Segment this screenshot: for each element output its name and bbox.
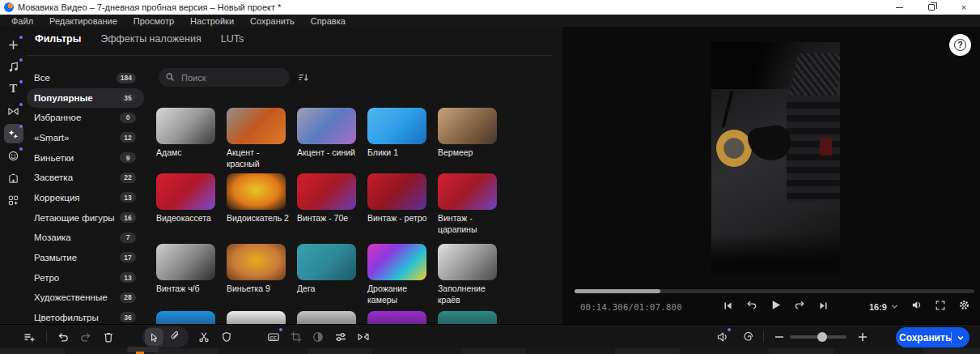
filter-item[interactable]: Заполнение краёв xyxy=(438,244,501,305)
play-icon[interactable] xyxy=(770,299,782,314)
add-media-icon[interactable] xyxy=(4,35,23,54)
filter-thumbnail-clipped[interactable] xyxy=(367,311,426,324)
menu-item[interactable]: Файл xyxy=(3,16,41,26)
filter-item[interactable]: Винтаж ч/б xyxy=(156,244,219,295)
filter-item[interactable]: Винтаж - царапины xyxy=(438,173,501,235)
filter-item[interactable]: Адамс xyxy=(156,108,219,159)
maximize-button[interactable] xyxy=(915,0,948,15)
filter-thumbnail[interactable] xyxy=(227,244,286,280)
player-settings-gear-icon[interactable] xyxy=(958,299,970,314)
captions-icon[interactable]: CC xyxy=(267,331,280,343)
filter-item[interactable]: Видеокассета xyxy=(156,173,219,224)
color-swirl-icon[interactable] xyxy=(742,331,755,343)
filter-thumbnail[interactable] xyxy=(438,244,497,280)
select-tool-button[interactable] xyxy=(145,328,163,346)
category-item[interactable]: Цветофильтры36 xyxy=(27,308,144,324)
volume-icon[interactable] xyxy=(910,299,923,314)
contrast-icon[interactable] xyxy=(312,331,325,343)
stickers-icon[interactable] xyxy=(4,147,23,166)
save-button-label[interactable]: Сохранить xyxy=(896,332,951,343)
timeline-zoom-slider[interactable] xyxy=(790,335,846,339)
category-item[interactable]: Избранное0 xyxy=(27,108,144,127)
filter-item[interactable]: Акцент - красный xyxy=(227,108,290,169)
close-button[interactable]: × xyxy=(948,0,980,15)
category-item[interactable]: Художественные28 xyxy=(27,288,144,307)
save-split-button[interactable]: Сохранить xyxy=(896,327,969,348)
previous-frame-icon[interactable] xyxy=(745,299,757,314)
filter-item[interactable]: Вермеер xyxy=(438,108,501,159)
sort-icon[interactable] xyxy=(297,71,309,87)
seek-bar[interactable] xyxy=(575,289,974,293)
filter-thumbnail[interactable] xyxy=(438,108,497,144)
aspect-ratio-dropdown[interactable]: 16:9 xyxy=(869,302,898,312)
filter-thumbnail-clipped[interactable] xyxy=(438,311,497,324)
filter-thumbnail[interactable] xyxy=(227,173,286,210)
filter-thumbnail[interactable] xyxy=(367,173,426,210)
filter-thumbnail-clipped[interactable] xyxy=(297,311,356,324)
filter-thumbnail[interactable] xyxy=(156,108,215,144)
menu-item[interactable]: Просмотр xyxy=(125,16,182,26)
filter-item[interactable]: Винтаж - 70е xyxy=(297,173,360,224)
filters-icon[interactable] xyxy=(4,124,23,143)
cut-scissors-icon[interactable] xyxy=(197,331,210,343)
music-icon[interactable] xyxy=(4,58,23,77)
skip-start-icon[interactable] xyxy=(723,300,733,314)
category-item[interactable]: Летающие фигуры16 xyxy=(27,208,144,228)
next-frame-icon[interactable] xyxy=(794,299,806,314)
import-icon[interactable] xyxy=(4,168,23,188)
menu-item[interactable]: Сохранить xyxy=(242,16,303,26)
category-item[interactable]: Засветка22 xyxy=(27,168,144,187)
text-icon[interactable]: T xyxy=(4,79,23,99)
filter-thumbnail[interactable] xyxy=(367,108,426,144)
category-item[interactable]: Виньетки9 xyxy=(27,148,144,168)
category-item[interactable]: Ретро13 xyxy=(27,268,144,288)
delete-icon[interactable] xyxy=(102,331,115,343)
category-item[interactable]: Все184 xyxy=(27,68,144,87)
save-options-chevron[interactable] xyxy=(952,334,969,342)
filter-item[interactable]: Виньетка 9 xyxy=(227,244,290,295)
search-input[interactable] xyxy=(159,68,290,87)
more-tools-icon[interactable] xyxy=(4,191,23,211)
crop-icon[interactable] xyxy=(290,331,303,343)
fullscreen-icon[interactable] xyxy=(935,300,946,314)
filter-item[interactable]: Дега xyxy=(297,244,360,295)
tab-inactive[interactable]: LUTs xyxy=(221,33,244,45)
filter-thumbnail[interactable] xyxy=(297,244,356,280)
add-to-timeline-icon[interactable] xyxy=(23,331,36,343)
video-preview[interactable] xyxy=(711,42,840,273)
zoom-out-icon[interactable] xyxy=(773,331,786,343)
minimize-button[interactable] xyxy=(883,0,915,15)
filter-item[interactable]: Акцент - синий xyxy=(297,108,360,159)
redo-icon[interactable] xyxy=(79,331,92,343)
adjustments-sliders-icon[interactable] xyxy=(334,331,347,343)
filter-thumbnail[interactable] xyxy=(297,173,356,210)
transitions-icon[interactable] xyxy=(4,102,23,122)
category-item[interactable]: Размытие17 xyxy=(27,248,144,267)
link-clip-tool-button[interactable] xyxy=(169,331,181,346)
help-button[interactable]: ? xyxy=(949,34,971,56)
category-item[interactable]: Популярные35 xyxy=(27,88,144,108)
zoom-slider-knob[interactable] xyxy=(817,332,827,342)
category-item[interactable]: Мозаика7 xyxy=(27,228,144,247)
shield-icon[interactable] xyxy=(220,331,233,343)
filter-thumbnail-clipped[interactable] xyxy=(156,311,215,324)
tab-inactive[interactable]: Эффекты наложения xyxy=(100,33,201,45)
skip-end-icon[interactable] xyxy=(818,300,829,314)
undo-icon[interactable] xyxy=(57,331,70,343)
transition-wizard-icon[interactable] xyxy=(357,331,370,343)
filter-thumbnail[interactable] xyxy=(297,108,356,144)
filter-item[interactable]: Винтаж - ретро xyxy=(367,173,431,224)
filter-thumbnail[interactable] xyxy=(367,244,426,280)
filter-thumbnail[interactable] xyxy=(227,108,286,144)
filter-item[interactable]: Блики 1 xyxy=(367,108,431,159)
filter-thumbnail-clipped[interactable] xyxy=(227,311,286,324)
filter-item[interactable]: Видоискатель 2 xyxy=(227,173,290,224)
zoom-in-icon[interactable] xyxy=(856,331,869,343)
filter-thumbnail[interactable] xyxy=(438,173,497,210)
menu-item[interactable]: Справка xyxy=(303,16,354,26)
tab-active[interactable]: Фильтры xyxy=(35,33,81,45)
timeline-sliver[interactable] xyxy=(0,348,980,354)
category-item[interactable]: Коррекция13 xyxy=(27,188,144,207)
category-item[interactable]: «Smart»12 xyxy=(27,128,144,147)
menu-item[interactable]: Редактирование xyxy=(41,16,125,26)
